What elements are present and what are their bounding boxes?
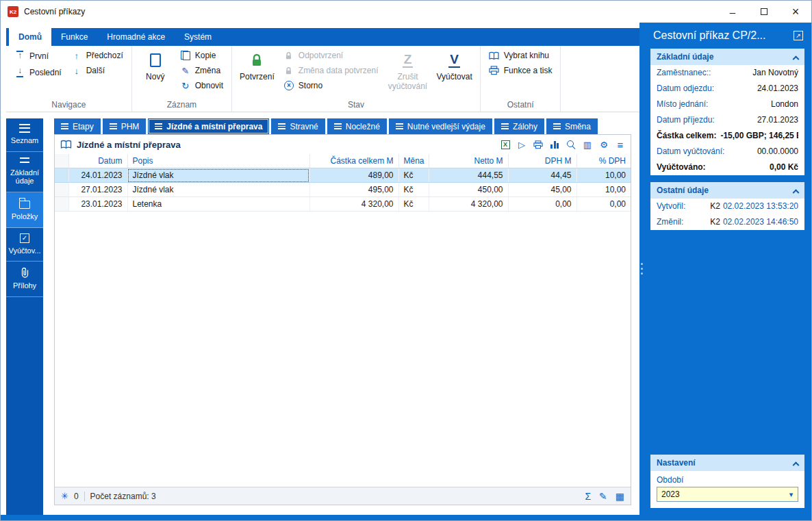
period-input[interactable] [657,487,798,502]
table-cell[interactable]: Letenka [127,197,309,212]
panel-title: Jízdné a místní přeprava [77,140,181,150]
popout-icon[interactable] [794,31,803,40]
table-cell[interactable]: 45,00 [508,183,576,197]
tab-zalohy[interactable]: Zálohy [494,118,544,134]
sidebar-item-seznam[interactable]: Seznam [6,118,43,152]
period-dropdown-button[interactable]: ▾ [785,488,797,500]
sidebar-item-vyuctovani[interactable]: Vyúčtov... [6,228,43,262]
sum-icon[interactable]: Σ [585,491,591,502]
confirm-button[interactable]: Potvrzení [236,48,279,84]
table-cell[interactable]: 4 320,00 [429,197,508,212]
table-row[interactable]: 27.01.2023 Jízdné vlak 495,00 Kč 450,00 … [55,183,631,197]
detail-panel-title: Cestovní příkaz CP/2... [653,29,789,42]
field-castka-celkem: Částka celkem:-15,00 GBP; 146,25 E... [650,128,804,144]
tab-nutne-vedlejsi-vydaje[interactable]: Nutné vedlejší výdaje [389,118,492,134]
table-cell[interactable]: Kč [398,183,429,197]
table-cell[interactable]: Jízdné vlak [127,183,309,197]
tab-etapy[interactable]: Etapy [54,118,101,134]
card-header-label: Nastavení [657,458,696,468]
ribbon-tab-hromadne-akce[interactable]: Hromadné akce [97,28,175,46]
close-icon: × [792,5,800,19]
row-selector[interactable] [55,168,68,183]
ribbon-tab-domu[interactable]: Domů [9,28,51,46]
edit-pencil-icon[interactable]: ✎ [599,491,607,502]
table-cell-focused[interactable]: Jízdné vlak [127,168,309,183]
new-button[interactable]: Nový [136,48,175,84]
refresh-button[interactable]: ↻ Obnovit [175,78,228,93]
run-icon[interactable]: ▷ [517,140,526,149]
column-header-castka-celkem[interactable]: Částka celkem M [309,154,398,168]
excel-export-icon[interactable]: X [500,140,510,149]
select-book-button[interactable]: Vybrat knihu [484,48,557,63]
last-button[interactable]: Poslední [10,64,66,81]
grid-edit-icon[interactable]: ▦ [616,491,624,502]
card-header-nastaveni[interactable]: Nastavení [650,455,804,471]
copy-button[interactable]: Kopie [175,48,228,63]
cancel-settlement-button[interactable]: Z Zrušit vyúčtování [383,48,433,93]
table-cell[interactable]: 489,00 [309,168,398,183]
unconfirm-button[interactable]: Odpotvrzení [279,48,383,63]
table-cell[interactable]: 27.01.2023 [68,183,127,197]
maximize-button[interactable] [748,1,780,23]
print-icon[interactable] [533,140,543,149]
tab-noclezne[interactable]: Nocležné [327,118,387,134]
tab-stravne[interactable]: Stravné [271,118,325,134]
column-header-dph[interactable]: DPH M [508,154,576,168]
table-cell[interactable]: 23.01.2023 [68,197,127,212]
functions-print-button[interactable]: Funkce a tisk [484,63,557,78]
table-cell[interactable]: 4 320,00 [309,197,398,212]
filter-star-icon[interactable]: ✳ [61,492,68,500]
column-header-mena[interactable]: Měna [398,154,429,168]
ribbon-tab-funkce[interactable]: Funkce [51,28,97,46]
table-cell[interactable]: 0,00 [508,197,576,212]
table-cell[interactable]: 444,55 [429,168,508,183]
change-confirm-date-button[interactable]: Změna data potvrzení [279,63,383,78]
tab-bars-icon [278,123,286,129]
group-label-ostatni: Ostatní [484,99,557,112]
storno-circle-x-icon [284,81,294,90]
table-row[interactable]: 24.01.2023 Jízdné vlak 489,00 Kč 444,55 … [55,168,631,183]
sidebar-item-polozky[interactable]: Položky [6,192,43,228]
table-cell[interactable]: Kč [398,168,429,183]
tab-jizdne-a-mistni-preprava[interactable]: Jízdné a místní přeprava [148,118,269,134]
settle-button[interactable]: V Vyúčtovat [433,48,477,84]
sidebar-item-prilohy[interactable]: Přílohy [6,262,43,297]
ribbon-tab-system[interactable]: Systém [175,28,221,46]
minimize-button[interactable]: – [717,1,748,23]
card-header-ostatni-udaje[interactable]: Ostatní údaje [650,182,804,199]
table-cell[interactable]: 10,00 [576,183,631,197]
storno-button[interactable]: Storno [279,78,383,93]
ribbon: První Poslední ↑ Předchozí [6,46,639,112]
settings-icon[interactable]: ⚙ [599,140,609,149]
card-header-zakladni-udaje[interactable]: Základní údaje [650,49,804,65]
sidebar-item-zakladni-udaje[interactable]: Základní údaje [6,152,43,192]
table-cell[interactable]: Kč [398,197,429,212]
table-cell[interactable]: 450,00 [429,183,508,197]
table-cell[interactable]: 495,00 [309,183,398,197]
row-selector[interactable] [55,197,68,212]
table-cell[interactable]: 10,00 [576,168,631,183]
table-cell[interactable]: 0,00 [576,197,631,212]
first-button[interactable]: První [10,48,66,64]
column-header-netto[interactable]: Netto M [429,154,508,168]
table-cell[interactable]: 24.01.2023 [68,168,127,183]
tab-smena[interactable]: Směna [546,118,598,134]
column-header-popis[interactable]: Popis [127,154,309,168]
column-header-procento-dph[interactable]: % DPH [576,154,631,168]
columns-icon[interactable]: ▥ [583,140,592,149]
table-row[interactable]: 23.01.2023 Letenka 4 320,00 Kč 4 320,00 … [55,197,631,212]
field-vytvoril: Vytvořil: K202.02.2023 13:53:20 [650,199,804,214]
next-button[interactable]: ↓ Další [66,63,128,78]
tab-phm[interactable]: PHM [103,118,147,134]
ribbon-group-stav: Potvrzení Odpotvrzení [232,46,481,112]
menu-icon[interactable]: ≡ [616,140,625,150]
column-header-datum[interactable]: Datum [68,154,127,168]
search-icon[interactable] [566,140,576,149]
previous-button[interactable]: ↑ Předchozí [66,48,128,63]
close-button[interactable]: × [780,1,811,23]
row-selector[interactable] [55,183,68,197]
field-datum-vyuctovani: Datum vyúčtování:00.00.0000 [650,144,804,160]
table-cell[interactable]: 44,45 [508,168,576,183]
edit-button[interactable]: ✎ Změna [175,63,228,78]
chart-icon[interactable] [550,140,559,149]
